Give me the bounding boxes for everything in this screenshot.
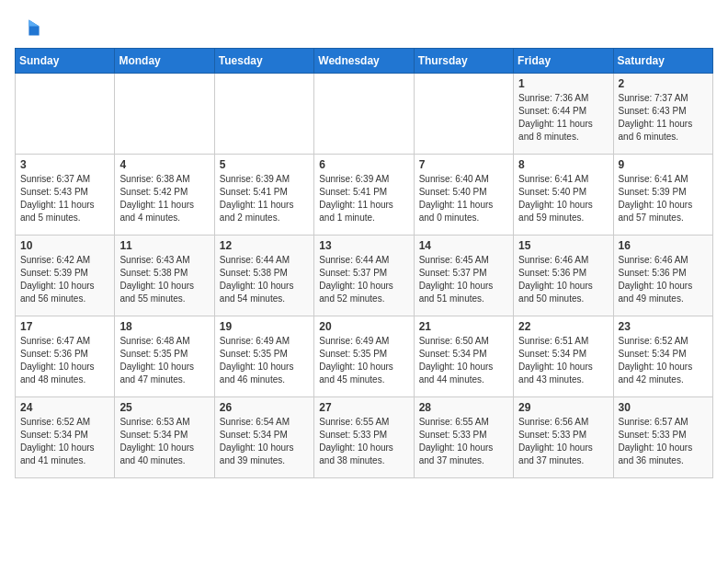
day-number: 15 — [518, 239, 608, 252]
logo-icon — [15, 15, 40, 40]
calendar-week-row: 24Sunrise: 6:52 AM Sunset: 5:34 PM Dayli… — [16, 397, 713, 478]
day-info: Sunrise: 7:37 AM Sunset: 6:43 PM Dayligh… — [619, 92, 708, 144]
day-info: Sunrise: 6:52 AM Sunset: 5:34 PM Dayligh… — [619, 335, 708, 386]
header-day: Friday — [514, 49, 613, 74]
day-info: Sunrise: 6:46 AM Sunset: 5:36 PM Dayligh… — [619, 254, 708, 305]
calendar-cell: 9Sunrise: 6:41 AM Sunset: 5:39 PM Daylig… — [613, 155, 712, 236]
day-info: Sunrise: 6:41 AM Sunset: 5:40 PM Dayligh… — [518, 173, 608, 224]
day-number: 5 — [220, 158, 309, 171]
day-number: 10 — [20, 239, 109, 252]
calendar-cell — [115, 74, 214, 155]
day-info: Sunrise: 6:52 AM Sunset: 5:34 PM Dayligh… — [20, 416, 109, 467]
day-info: Sunrise: 6:44 AM Sunset: 5:38 PM Dayligh… — [220, 254, 309, 305]
day-number: 20 — [319, 320, 408, 333]
day-info: Sunrise: 6:55 AM Sunset: 5:33 PM Dayligh… — [419, 416, 508, 467]
day-number: 17 — [20, 320, 109, 333]
day-info: Sunrise: 6:54 AM Sunset: 5:34 PM Dayligh… — [220, 416, 309, 467]
day-number: 12 — [220, 239, 309, 252]
day-info: Sunrise: 6:45 AM Sunset: 5:37 PM Dayligh… — [419, 254, 508, 305]
calendar-cell: 15Sunrise: 6:46 AM Sunset: 5:36 PM Dayli… — [514, 236, 613, 316]
day-info: Sunrise: 6:40 AM Sunset: 5:40 PM Dayligh… — [419, 173, 508, 224]
day-number: 27 — [319, 401, 408, 414]
day-number: 30 — [619, 401, 708, 414]
day-info: Sunrise: 6:50 AM Sunset: 5:34 PM Dayligh… — [419, 335, 508, 386]
calendar-cell — [314, 74, 414, 155]
day-number: 21 — [419, 320, 508, 333]
calendar-cell: 25Sunrise: 6:53 AM Sunset: 5:34 PM Dayli… — [115, 397, 214, 478]
calendar-cell: 23Sunrise: 6:52 AM Sunset: 5:34 PM Dayli… — [613, 316, 712, 397]
calendar-cell: 6Sunrise: 6:39 AM Sunset: 5:41 PM Daylig… — [314, 155, 414, 236]
calendar-cell: 4Sunrise: 6:38 AM Sunset: 5:42 PM Daylig… — [115, 155, 214, 236]
calendar-cell: 13Sunrise: 6:44 AM Sunset: 5:37 PM Dayli… — [314, 236, 414, 316]
day-info: Sunrise: 6:37 AM Sunset: 5:43 PM Dayligh… — [20, 173, 109, 224]
calendar-cell: 26Sunrise: 6:54 AM Sunset: 5:34 PM Dayli… — [214, 397, 313, 478]
day-info: Sunrise: 6:49 AM Sunset: 5:35 PM Dayligh… — [319, 335, 408, 386]
day-number: 24 — [20, 401, 109, 414]
calendar-cell: 24Sunrise: 6:52 AM Sunset: 5:34 PM Dayli… — [16, 397, 115, 478]
day-info: Sunrise: 6:49 AM Sunset: 5:35 PM Dayligh… — [220, 335, 309, 386]
day-info: Sunrise: 6:56 AM Sunset: 5:33 PM Dayligh… — [518, 416, 608, 467]
day-number: 26 — [220, 401, 309, 414]
calendar-body: 1Sunrise: 7:36 AM Sunset: 6:44 PM Daylig… — [16, 74, 713, 478]
day-info: Sunrise: 7:36 AM Sunset: 6:44 PM Dayligh… — [518, 92, 608, 144]
header-day: Sunday — [16, 49, 115, 74]
day-number: 23 — [619, 320, 708, 333]
day-info: Sunrise: 6:39 AM Sunset: 5:41 PM Dayligh… — [319, 173, 408, 224]
day-number: 8 — [518, 158, 608, 171]
calendar-cell: 29Sunrise: 6:56 AM Sunset: 5:33 PM Dayli… — [514, 397, 613, 478]
calendar-cell — [414, 74, 513, 155]
day-number: 6 — [319, 158, 408, 171]
day-number: 11 — [119, 239, 209, 252]
calendar-cell: 2Sunrise: 7:37 AM Sunset: 6:43 PM Daylig… — [613, 74, 712, 155]
header-row: SundayMondayTuesdayWednesdayThursdayFrid… — [16, 49, 713, 74]
calendar-cell: 27Sunrise: 6:55 AM Sunset: 5:33 PM Dayli… — [314, 397, 414, 478]
calendar-cell: 16Sunrise: 6:46 AM Sunset: 5:36 PM Dayli… — [613, 236, 712, 316]
header-day: Thursday — [414, 49, 513, 74]
header-day: Wednesday — [314, 49, 414, 74]
day-info: Sunrise: 6:47 AM Sunset: 5:36 PM Dayligh… — [20, 335, 109, 386]
logo — [15, 15, 44, 40]
day-info: Sunrise: 6:38 AM Sunset: 5:42 PM Dayligh… — [119, 173, 209, 224]
day-number: 3 — [20, 158, 109, 171]
day-number: 13 — [319, 239, 408, 252]
calendar-cell: 22Sunrise: 6:51 AM Sunset: 5:34 PM Dayli… — [514, 316, 613, 397]
day-number: 29 — [518, 401, 608, 414]
calendar-cell: 7Sunrise: 6:40 AM Sunset: 5:40 PM Daylig… — [414, 155, 513, 236]
day-number: 14 — [419, 239, 508, 252]
day-number: 1 — [518, 77, 608, 90]
calendar-cell: 5Sunrise: 6:39 AM Sunset: 5:41 PM Daylig… — [214, 155, 313, 236]
calendar-cell: 10Sunrise: 6:42 AM Sunset: 5:39 PM Dayli… — [16, 236, 115, 316]
calendar-header: SundayMondayTuesdayWednesdayThursdayFrid… — [16, 49, 713, 74]
calendar-cell: 28Sunrise: 6:55 AM Sunset: 5:33 PM Dayli… — [414, 397, 513, 478]
calendar-cell: 18Sunrise: 6:48 AM Sunset: 5:35 PM Dayli… — [115, 316, 214, 397]
calendar-week-row: 3Sunrise: 6:37 AM Sunset: 5:43 PM Daylig… — [16, 155, 713, 236]
day-info: Sunrise: 6:41 AM Sunset: 5:39 PM Dayligh… — [619, 173, 708, 224]
day-number: 2 — [619, 77, 708, 90]
header — [15, 15, 713, 40]
calendar-cell: 20Sunrise: 6:49 AM Sunset: 5:35 PM Dayli… — [314, 316, 414, 397]
calendar-week-row: 10Sunrise: 6:42 AM Sunset: 5:39 PM Dayli… — [16, 236, 713, 316]
calendar-cell: 3Sunrise: 6:37 AM Sunset: 5:43 PM Daylig… — [16, 155, 115, 236]
calendar-cell: 30Sunrise: 6:57 AM Sunset: 5:33 PM Dayli… — [613, 397, 712, 478]
calendar-cell: 11Sunrise: 6:43 AM Sunset: 5:38 PM Dayli… — [115, 236, 214, 316]
header-day: Tuesday — [214, 49, 313, 74]
day-number: 19 — [220, 320, 309, 333]
day-info: Sunrise: 6:48 AM Sunset: 5:35 PM Dayligh… — [119, 335, 209, 386]
day-number: 25 — [119, 401, 209, 414]
calendar-cell: 19Sunrise: 6:49 AM Sunset: 5:35 PM Dayli… — [214, 316, 313, 397]
calendar-cell — [214, 74, 313, 155]
day-number: 28 — [419, 401, 508, 414]
calendar-cell: 1Sunrise: 7:36 AM Sunset: 6:44 PM Daylig… — [514, 74, 613, 155]
calendar-cell: 12Sunrise: 6:44 AM Sunset: 5:38 PM Dayli… — [214, 236, 313, 316]
calendar-week-row: 17Sunrise: 6:47 AM Sunset: 5:36 PM Dayli… — [16, 316, 713, 397]
calendar-cell — [16, 74, 115, 155]
day-info: Sunrise: 6:44 AM Sunset: 5:37 PM Dayligh… — [319, 254, 408, 305]
day-info: Sunrise: 6:53 AM Sunset: 5:34 PM Dayligh… — [119, 416, 209, 467]
day-info: Sunrise: 6:57 AM Sunset: 5:33 PM Dayligh… — [619, 416, 708, 467]
day-info: Sunrise: 6:55 AM Sunset: 5:33 PM Dayligh… — [319, 416, 408, 467]
day-number: 9 — [619, 158, 708, 171]
header-day: Monday — [115, 49, 214, 74]
calendar-table: SundayMondayTuesdayWednesdayThursdayFrid… — [15, 48, 713, 478]
day-info: Sunrise: 6:42 AM Sunset: 5:39 PM Dayligh… — [20, 254, 109, 305]
header-day: Saturday — [613, 49, 712, 74]
